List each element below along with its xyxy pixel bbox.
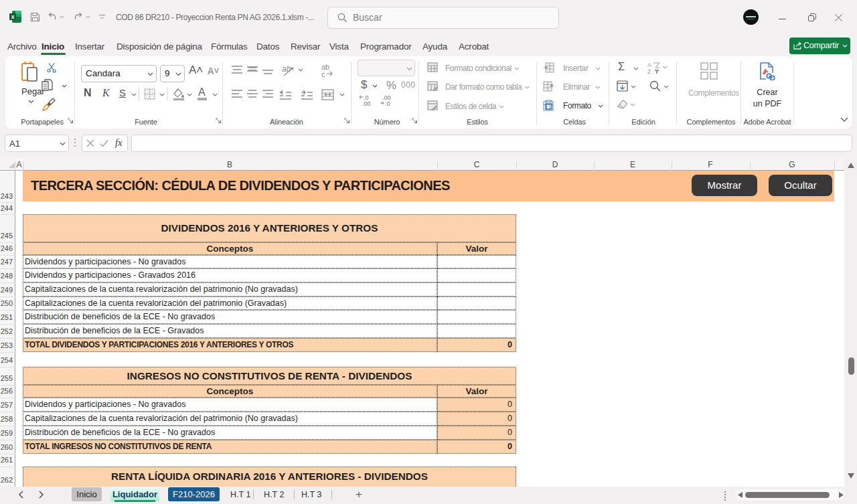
svg-text:x: x	[11, 13, 15, 20]
svg-text:A: A	[647, 62, 651, 68]
svg-text:c: c	[321, 70, 325, 78]
svg-text:.0: .0	[385, 100, 390, 106]
svg-text:.00: .00	[362, 100, 371, 106]
svg-text:ab: ab	[282, 64, 291, 74]
svg-text:Z: Z	[647, 68, 651, 74]
